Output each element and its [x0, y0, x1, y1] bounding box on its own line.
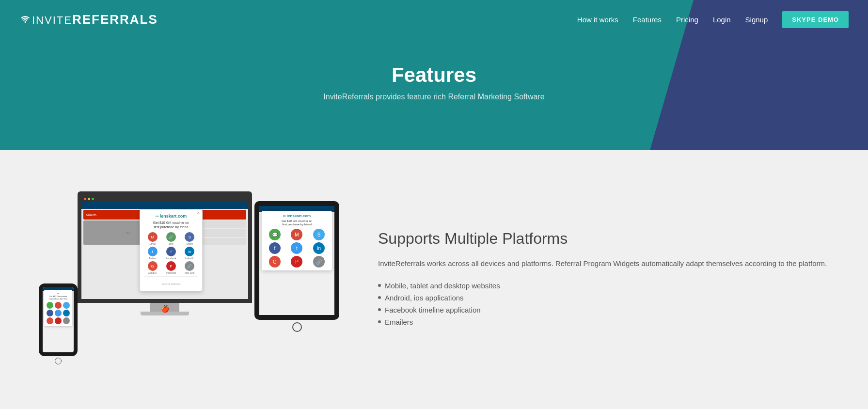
phone-icon-4: [47, 310, 53, 316]
popup-icon-pinterest: P Pinterest: [162, 261, 179, 274]
tablet-icon-fb: f: [269, 242, 281, 254]
bullet-icon: [378, 284, 381, 287]
phone-device: ∞ Get $10 Gift voucheron purchase by fri…: [39, 283, 78, 366]
feature-list: Mobile, tablet and desktop websites Andr…: [378, 280, 829, 328]
phone-icon-1: [47, 302, 53, 309]
tablet-device: ∞ lenskart.com Get $10 Gift voucher onfi…: [254, 201, 339, 334]
bullet-icon: [378, 308, 381, 311]
list-item: Android, ios applications: [378, 292, 829, 304]
skype-demo-button[interactable]: SKYPE DEMO: [782, 11, 849, 28]
phone-icon-8: [55, 317, 62, 324]
tablet-icon-gmail: M: [291, 229, 302, 240]
monitor-screen: KODAK 👓: [78, 191, 252, 303]
list-item: Mobile, tablet and desktop websites: [378, 280, 829, 292]
phone-popup: ∞ Get $10 Gift voucheron purchase by fri…: [44, 290, 72, 326]
popup-icon-share: S Share: [181, 232, 198, 245]
list-item: Emailers: [378, 316, 829, 328]
tablet-icon-li: in: [313, 242, 325, 254]
bullet-icon: [378, 320, 381, 323]
hero-content: Features InviteReferrals provides featur…: [323, 63, 544, 101]
tablet-icon-p: P: [291, 256, 302, 267]
main-nav: How it works Features Pricing Login Sign…: [577, 11, 849, 28]
monitor-screen-inner: KODAK 👓: [81, 195, 248, 299]
nav-how-it-works[interactable]: How it works: [577, 16, 618, 24]
tablet-popup: ∞ lenskart.com Get $10 Gift voucher onfi…: [262, 211, 332, 270]
phone-icon-3: [63, 302, 70, 309]
svg-point-0: [25, 21, 26, 23]
logo-text: INVITEREFERRALS: [32, 12, 158, 27]
popup-icon-google: G Google+: [144, 261, 161, 274]
phone-icon-2: [55, 302, 62, 309]
tablet-icon-sms: 💬: [269, 229, 281, 240]
hero-subtitle: InviteReferrals provides feature rich Re…: [323, 93, 544, 101]
bullet-icon: [378, 296, 381, 299]
popup-icon-email: M Email: [144, 232, 161, 245]
desktop-monitor: KODAK 👓: [78, 191, 252, 313]
tablet-screen-inner: ∞ lenskart.com Get $10 Gift voucher onfi…: [259, 206, 334, 315]
nav-features[interactable]: Features: [633, 16, 662, 24]
popup-icon-link: 🔗 Link: [162, 232, 179, 245]
nav-login[interactable]: Login: [713, 16, 731, 24]
devices-area: KODAK 👓: [39, 187, 339, 371]
phone-icon-7: [47, 317, 53, 324]
phone-icon-6: [63, 310, 70, 316]
section-desc: InviteReferrals works across all devices…: [378, 257, 829, 270]
popup-icon-linkedin: in LinkedIn: [181, 247, 198, 260]
tablet-icon-g: G: [269, 256, 281, 267]
section-title: Supports Multiple Platforms: [378, 229, 829, 248]
tablet-icon-tw: t: [291, 242, 302, 254]
text-side: Supports Multiple Platforms InviteReferr…: [368, 229, 829, 328]
desktop-popup: ✕ ∞ lenskart.com Get $10 Gift voucher on…: [140, 209, 203, 291]
phone-icon-9: [63, 317, 70, 324]
nav-pricing[interactable]: Pricing: [676, 16, 698, 24]
nav-signup[interactable]: Signup: [745, 16, 768, 24]
logo[interactable]: INVITEREFERRALS: [19, 12, 158, 27]
popup-icon-twitter: t Twitter: [144, 247, 161, 260]
content-section: KODAK 👓: [0, 150, 868, 407]
tablet-home-button: [292, 322, 302, 332]
phone-home-button: [55, 358, 62, 364]
tablet-screen: ∞ lenskart.com Get $10 Gift voucher onfi…: [254, 201, 339, 320]
header: INVITEREFERRALS How it works Features Pr…: [0, 0, 868, 39]
phone-screen: ∞ Get $10 Gift voucheron purchase by fri…: [39, 283, 78, 356]
tablet-icon-ref: 🔗: [313, 256, 325, 267]
popup-icon-reflink: 🔗 Ref. Link: [181, 261, 198, 274]
tablet-icon-sms2: S: [313, 229, 325, 240]
wifi-icon: [19, 15, 31, 24]
hero-title: Features: [323, 63, 544, 87]
phone-icon-5: [55, 310, 62, 316]
popup-icon-facebook: f Facebook: [162, 247, 179, 260]
phone-screen-inner: ∞ Get $10 Gift voucheron purchase by fri…: [43, 287, 74, 352]
list-item: Facebook timeline application: [378, 304, 829, 316]
